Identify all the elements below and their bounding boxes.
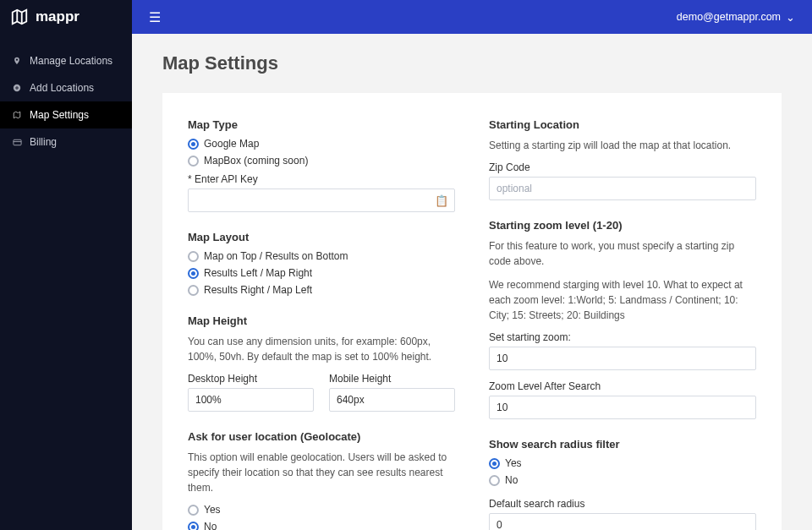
help-text: You can use any dimension units, for exa…: [188, 334, 455, 364]
help-text: Setting a starting zip will load the map…: [489, 138, 756, 153]
set-zoom-label: Set starting zoom:: [489, 331, 756, 343]
sidebar-item-add-locations[interactable]: Add Locations: [0, 74, 132, 101]
layout-right-left[interactable]: Results Right / Map Left: [188, 284, 455, 296]
radius-no[interactable]: No: [489, 474, 756, 486]
mobile-height-label: Mobile Height: [329, 373, 455, 385]
chevron-down-icon: ⌄: [786, 11, 795, 24]
radio-icon: [188, 156, 199, 167]
map-icon: [10, 8, 29, 26]
option-label: Google Map: [204, 138, 259, 150]
nav: Manage Locations Add Locations Map Setti…: [0, 34, 132, 156]
radius-section: Show search radius filter Yes No Default…: [489, 438, 756, 530]
sidebar-item-label: Billing: [30, 136, 57, 148]
brand-name: mappr: [36, 8, 80, 25]
content: Map Settings Map Type Google Map MapBox …: [132, 34, 812, 530]
radio-icon: [188, 268, 199, 279]
geolocate-no[interactable]: No: [188, 521, 455, 530]
geolocate-yes[interactable]: Yes: [188, 504, 455, 516]
sidebar-item-label: Manage Locations: [30, 55, 112, 67]
sidebar-item-label: Add Locations: [30, 82, 94, 94]
geolocate-section: Ask for user location (Geolocate) This o…: [188, 430, 455, 530]
starting-location-section: Starting Location Setting a starting zip…: [489, 118, 756, 200]
map-layout-section: Map Layout Map on Top / Results on Botto…: [188, 231, 455, 296]
zoom-after-label: Zoom Level After Search: [489, 380, 756, 392]
section-title: Starting zoom level (1-20): [489, 219, 756, 232]
section-title: Ask for user location (Geolocate): [188, 430, 455, 443]
api-key-label: * Enter API Key: [188, 173, 455, 185]
section-title: Map Layout: [188, 231, 455, 243]
option-label: MapBox (coming soon): [204, 155, 308, 167]
topbar: ☰ demo@getmappr.com ⌄: [132, 0, 812, 34]
radio-icon: [188, 522, 199, 531]
map-type-mapbox[interactable]: MapBox (coming soon): [188, 155, 455, 167]
option-label: No: [505, 474, 518, 486]
clipboard-icon[interactable]: 📋: [435, 194, 448, 207]
layout-top-bottom[interactable]: Map on Top / Results on Bottom: [188, 250, 455, 262]
main: ☰ demo@getmappr.com ⌄ Map Settings Map T…: [132, 0, 812, 530]
section-title: Map Height: [188, 314, 455, 327]
user-menu[interactable]: demo@getmappr.com ⌄: [677, 11, 795, 24]
user-email: demo@getmappr.com: [677, 11, 781, 23]
pin-icon: [12, 56, 22, 66]
option-label: Map on Top / Results on Bottom: [204, 250, 348, 262]
help-text: We recommend starging with level 10. Wha…: [489, 277, 756, 323]
option-label: Yes: [505, 457, 522, 469]
radio-icon: [188, 505, 199, 516]
plus-circle-icon: [12, 83, 22, 93]
zip-label: Zip Code: [489, 161, 756, 173]
section-title: Show search radius filter: [489, 438, 756, 451]
api-key-input[interactable]: [188, 189, 455, 212]
set-zoom-input[interactable]: [489, 347, 756, 370]
option-label: Yes: [204, 504, 221, 516]
map-type-section: Map Type Google Map MapBox (coming soon)…: [188, 118, 455, 212]
radio-icon: [188, 139, 199, 150]
default-radius-label: Default search radius: [489, 498, 756, 510]
sidebar-item-manage-locations[interactable]: Manage Locations: [0, 47, 132, 74]
svg-rect-1: [13, 139, 20, 145]
layout-left-right[interactable]: Results Left / Map Right: [188, 267, 455, 279]
hamburger-icon[interactable]: ☰: [149, 9, 161, 25]
help-text: For this feature to work, you must speci…: [489, 238, 756, 269]
section-title: Starting Location: [489, 118, 756, 131]
option-label: Results Right / Map Left: [204, 284, 312, 296]
zip-input[interactable]: [489, 177, 756, 200]
help-text: This option will enable geolocation. Use…: [188, 450, 455, 495]
brand: mappr: [0, 0, 132, 34]
option-label: Results Left / Map Right: [204, 267, 312, 279]
desktop-height-label: Desktop Height: [188, 373, 314, 385]
zoom-section: Starting zoom level (1-20) For this feat…: [489, 219, 756, 419]
left-column: Map Type Google Map MapBox (coming soon)…: [188, 118, 455, 530]
card-icon: [12, 137, 22, 147]
page-title: Map Settings: [162, 52, 782, 74]
radio-icon: [188, 285, 199, 296]
zoom-after-input[interactable]: [489, 396, 756, 419]
radio-icon: [188, 251, 199, 262]
map-icon: [12, 110, 22, 120]
radius-yes[interactable]: Yes: [489, 457, 756, 469]
settings-card: Map Type Google Map MapBox (coming soon)…: [162, 93, 782, 530]
map-height-section: Map Height You can use any dimension uni…: [188, 314, 455, 412]
sidebar-item-billing[interactable]: Billing: [0, 128, 132, 156]
section-title: Map Type: [188, 118, 455, 131]
sidebar-item-map-settings[interactable]: Map Settings: [0, 101, 132, 128]
radio-icon: [489, 475, 500, 486]
sidebar-item-label: Map Settings: [30, 109, 89, 121]
sidebar: mappr Manage Locations Add Locations Map…: [0, 0, 132, 530]
right-column: Starting Location Setting a starting zip…: [489, 118, 756, 530]
option-label: No: [204, 521, 217, 530]
map-type-google[interactable]: Google Map: [188, 138, 455, 150]
default-radius-input[interactable]: [489, 513, 756, 530]
desktop-height-input[interactable]: [188, 388, 314, 412]
mobile-height-input[interactable]: [329, 388, 455, 412]
radio-icon: [489, 458, 500, 469]
